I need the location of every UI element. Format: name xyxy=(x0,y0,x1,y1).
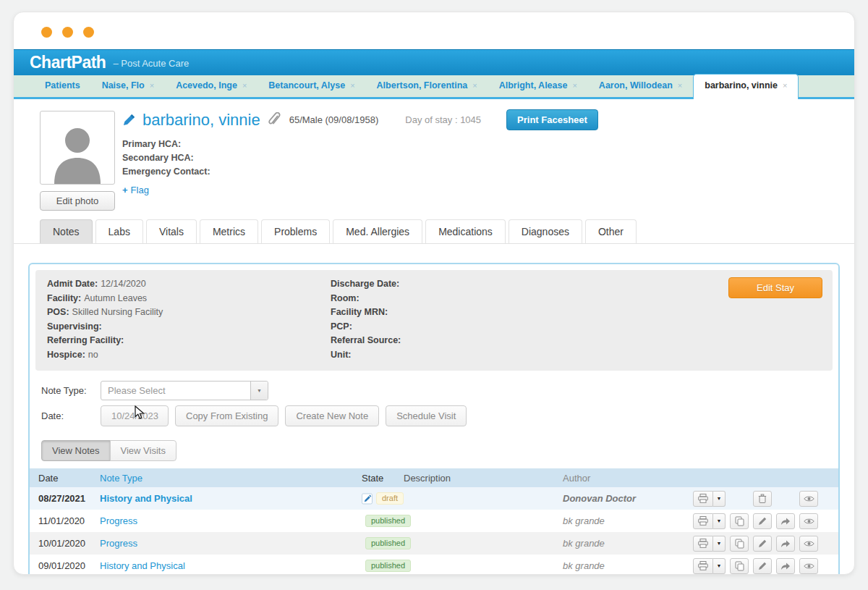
app-tagline: – Post Acute Care xyxy=(113,58,189,69)
printer-icon xyxy=(698,539,708,548)
window-dot-icon[interactable] xyxy=(62,27,73,38)
day-of-stay: Day of stay : 1045 xyxy=(405,114,481,125)
edit-patient-icon[interactable] xyxy=(122,113,136,127)
chevron-down-icon[interactable]: ▼ xyxy=(250,382,268,400)
add-flag-link[interactable]: + Flag xyxy=(122,185,149,195)
close-icon[interactable]: × xyxy=(678,81,682,90)
tab-notes[interactable]: Notes xyxy=(40,219,93,243)
window-dot-icon[interactable] xyxy=(41,27,52,38)
window-controls xyxy=(14,12,854,49)
copy-note-button[interactable] xyxy=(730,558,749,574)
status-badge: draft xyxy=(376,492,404,505)
note-author: bk grande xyxy=(563,538,678,549)
eye-icon xyxy=(804,562,814,570)
edit-note-button[interactable] xyxy=(753,558,772,574)
close-icon[interactable]: × xyxy=(150,81,154,90)
note-type-select[interactable]: Please Select ▼ xyxy=(101,381,268,400)
close-icon[interactable]: × xyxy=(572,81,576,90)
referring-facility-field: Referring Facility: xyxy=(47,334,331,348)
hospice-field: Hospice:no xyxy=(47,348,331,363)
print-options-button[interactable]: ▼ xyxy=(713,536,726,552)
tab-problems[interactable]: Problems xyxy=(261,219,330,243)
patient-tab[interactable]: Naise, Flo× xyxy=(91,75,165,97)
note-author: Donovan Doctor xyxy=(563,493,678,504)
forward-note-button[interactable] xyxy=(776,558,795,574)
delete-note-button[interactable] xyxy=(753,491,772,507)
tab-med-allergies[interactable]: Med. Allergies xyxy=(333,219,422,243)
tab-patients[interactable]: Patients xyxy=(34,75,91,97)
window-dot-icon[interactable] xyxy=(83,27,94,38)
print-note-button[interactable] xyxy=(693,536,713,552)
pos-field: POS:Skilled Nursing Facility xyxy=(47,305,331,320)
tab-medications[interactable]: Medications xyxy=(425,219,506,243)
notes-table-header: Date Note Type State Description Author xyxy=(30,468,838,487)
forward-note-button[interactable] xyxy=(776,536,795,552)
pencil-icon xyxy=(758,561,767,570)
close-icon[interactable]: × xyxy=(472,81,477,90)
eye-icon xyxy=(804,495,814,502)
app-window: ChartPath – Post Acute Care Patients Nai… xyxy=(13,12,855,575)
tab-diagnoses[interactable]: Diagnoses xyxy=(509,219,582,243)
close-icon[interactable]: × xyxy=(242,81,247,90)
copy-from-existing-button[interactable]: Copy From Existing xyxy=(175,405,278,426)
emergency-contact-label: Emergency Contact: xyxy=(122,165,833,179)
create-new-note-button[interactable]: Create New Note xyxy=(285,405,379,426)
schedule-visit-button[interactable]: Schedule Visit xyxy=(386,405,467,426)
copy-note-button[interactable] xyxy=(730,513,749,529)
note-date-input[interactable]: 10/24/2023 xyxy=(101,405,169,426)
note-controls: Note Type: Please Select ▼ Date: 10/24/2… xyxy=(30,376,838,426)
copy-note-button[interactable] xyxy=(730,536,749,552)
print-note-button[interactable] xyxy=(693,558,713,574)
table-row: 08/27/2021 History and Physical draft Do… xyxy=(30,487,838,510)
note-type-link[interactable]: History and Physical xyxy=(100,493,354,504)
print-options-button[interactable]: ▼ xyxy=(713,513,726,529)
print-note-button[interactable] xyxy=(693,513,713,529)
note-type-link[interactable]: Progress xyxy=(100,515,354,526)
preview-note-button[interactable] xyxy=(799,513,818,529)
print-options-button[interactable]: ▼ xyxy=(713,558,726,574)
printer-icon xyxy=(698,494,708,503)
note-type-link[interactable]: History and Physical xyxy=(100,560,354,571)
secondary-hca-label: Secondary HCA: xyxy=(122,151,833,165)
column-description: Description xyxy=(404,473,563,484)
patient-tab-active[interactable]: barbarino, vinnie× xyxy=(693,74,799,99)
supervising-field: Supervising: xyxy=(47,320,331,334)
preview-note-button[interactable] xyxy=(799,491,818,507)
pencil-icon xyxy=(758,539,767,548)
edit-note-button[interactable] xyxy=(753,536,772,552)
primary-hca-label: Primary HCA: xyxy=(122,138,833,151)
tab-labs[interactable]: Labs xyxy=(95,219,143,243)
paperclip-icon[interactable] xyxy=(267,112,281,128)
close-icon[interactable]: × xyxy=(350,81,354,90)
print-facesheet-button[interactable]: Print Facesheet xyxy=(506,109,598,130)
note-author: bk grande xyxy=(563,560,678,571)
close-icon[interactable]: × xyxy=(783,81,787,90)
column-note-type: Note Type xyxy=(100,473,354,484)
note-date: 10/01/2020 xyxy=(30,538,100,549)
edit-photo-button[interactable]: Edit photo xyxy=(40,191,115,211)
patient-tab[interactable]: Aaron, Willodean× xyxy=(588,75,693,97)
patient-tab[interactable]: Albright, Alease× xyxy=(488,75,588,97)
patient-tab[interactable]: Acevedo, Inge× xyxy=(165,75,258,97)
edit-stay-button[interactable]: Edit Stay xyxy=(728,277,822,298)
edit-note-button[interactable] xyxy=(753,513,772,529)
preview-note-button[interactable] xyxy=(799,536,818,552)
forward-note-button[interactable] xyxy=(776,513,795,529)
tab-metrics[interactable]: Metrics xyxy=(200,219,258,243)
plus-icon: + xyxy=(122,185,128,195)
print-options-button[interactable]: ▼ xyxy=(713,491,726,507)
status-badge: published xyxy=(365,537,411,549)
referral-source-field: Referral Source: xyxy=(331,334,614,348)
copy-icon xyxy=(735,516,744,526)
print-note-button[interactable] xyxy=(693,491,713,507)
view-notes-button[interactable]: View Notes xyxy=(41,440,111,461)
note-type-link[interactable]: Progress xyxy=(100,538,354,549)
view-visits-button[interactable]: View Visits xyxy=(110,440,176,461)
tab-vitals[interactable]: Vitals xyxy=(146,219,197,243)
pencil-icon xyxy=(758,516,767,526)
patient-tab[interactable]: Albertson, Florentina× xyxy=(366,75,488,97)
tab-other[interactable]: Other xyxy=(585,219,637,243)
preview-note-button[interactable] xyxy=(799,558,818,574)
patient-tab[interactable]: Betancourt, Alyse× xyxy=(258,75,365,97)
status-badge: published xyxy=(365,560,411,572)
